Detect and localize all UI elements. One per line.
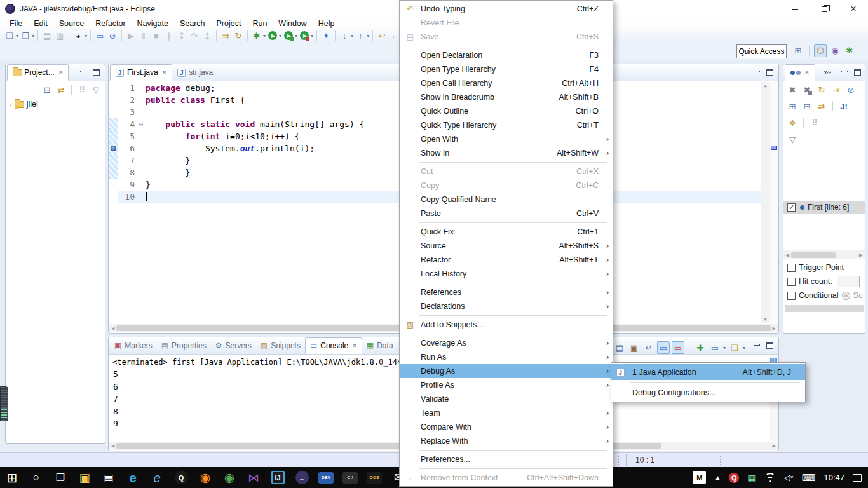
editor-minimize-button[interactable] — [754, 71, 760, 72]
breakpoints-hscrollbar[interactable]: ◀ ▶ — [783, 250, 865, 259]
tab-breakpoints[interactable]: × — [785, 64, 815, 81]
eclipse-taskbar-taskbar-button[interactable]: ≡ — [290, 467, 314, 488]
chrome-taskbar-button[interactable]: ◉ — [217, 467, 241, 488]
internet-explorer-taskbar-button[interactable]: e — [145, 467, 169, 488]
scroll-lock-icon[interactable]: ▣ — [628, 341, 641, 354]
user-account-dropdown-icon[interactable]: ▾ — [85, 33, 87, 39]
java-exception-breakpoint-icon[interactable]: J! — [837, 100, 850, 112]
debug-perspective-icon[interactable]: ✱ — [843, 44, 856, 57]
open-console-dropdown-icon[interactable]: ▾ — [743, 345, 745, 351]
breakpoint-checkbox[interactable]: ✓ — [787, 203, 796, 212]
tab-project-explorer[interactable]: Project... × — [7, 64, 69, 81]
chrome-icon[interactable]: ◉ — [224, 470, 235, 485]
menu-item-open-declaration[interactable]: Open DeclarationF3 — [400, 48, 613, 62]
profile-icon[interactable]: ▶ — [298, 29, 311, 42]
menu-item-team[interactable]: Team› — [400, 406, 613, 420]
javaee-perspective-icon[interactable]: ◉ — [829, 44, 841, 57]
java-perspective-icon[interactable]: ⬡ — [814, 44, 827, 57]
overview-ruler[interactable] — [770, 82, 778, 323]
menu-item-show-in[interactable]: Show InAlt+Shift+W› — [400, 146, 613, 160]
menu-item-paste[interactable]: PasteCtrl+V — [400, 207, 613, 220]
previous-annotation-dropdown-icon[interactable]: ▾ — [367, 33, 369, 39]
breakpoints-bottom-scrollbar[interactable] — [785, 305, 864, 312]
menubar-item-source[interactable]: Source — [53, 19, 90, 28]
hidden-icons-icon[interactable]: ▲ — [714, 474, 721, 481]
minimize-button[interactable] — [780, 0, 810, 18]
show-supported-breakpoints-icon[interactable]: ↻ — [815, 83, 828, 96]
scroll-down-icon[interactable]: ▼ — [764, 317, 766, 322]
filter-breakpoints-icon[interactable]: ❖ — [786, 116, 799, 129]
edge-widget[interactable] — [0, 386, 8, 421]
editor-tab-str-java[interactable]: Jstr.java — [172, 64, 218, 81]
menu-item-replace-with[interactable]: Replace With› — [400, 434, 613, 448]
firefox-taskbar-button[interactable]: ◉ — [193, 467, 217, 488]
expand-chevron-icon[interactable]: › — [10, 100, 12, 108]
menubar-item-navigate[interactable]: Navigate — [132, 19, 174, 28]
display-selected-console-icon[interactable]: ▭ — [709, 341, 721, 354]
microsoft-store-icon[interactable]: ▤ — [104, 471, 113, 484]
taskbar-clock[interactable]: 10:47 — [824, 473, 844, 482]
menubar-item-run[interactable]: Run — [247, 19, 273, 28]
menu-item-open-type-hierarchy[interactable]: Open Type HierarchyF4 — [400, 62, 613, 76]
tab-markers[interactable]: ▣Markers — [110, 337, 157, 354]
open-perspective-icon[interactable]: ⊞ — [792, 44, 804, 57]
skip-all-breakpoints-view-icon[interactable]: ⊘ — [844, 83, 857, 96]
dosbox-icon[interactable]: DOS — [367, 472, 382, 484]
menu-item-run-as[interactable]: Run As› — [400, 350, 613, 364]
menu-item-refactor[interactable]: RefactorAlt+Shift+T› — [400, 253, 613, 267]
debug-dropdown-icon[interactable]: ▾ — [263, 33, 266, 39]
restore-button[interactable] — [810, 0, 839, 18]
editor-vertical-scrollbar[interactable]: ▲ ▼ — [761, 82, 770, 323]
tab-snippets[interactable]: ▨Snippets — [256, 337, 305, 354]
conditional-checkbox[interactable] — [787, 292, 796, 300]
console-scroll-left-icon[interactable]: ◀ — [111, 444, 114, 449]
breakpoint-list-item[interactable]: ✓ First [line: 6] — [783, 201, 865, 214]
open-console-icon[interactable]: ❏ — [728, 341, 741, 354]
bp-maximize-view-button[interactable] — [854, 69, 861, 76]
scroll-up-icon[interactable]: ▲ — [764, 83, 766, 88]
menu-item-debug-as[interactable]: Debug As› — [400, 364, 613, 378]
scroll-left-icon[interactable]: ◀ — [111, 326, 114, 331]
word-wrap-icon[interactable]: ↵ — [642, 341, 655, 354]
volume-muted-icon[interactable]: ◁× — [784, 473, 794, 482]
dosbox-taskbar-button[interactable]: DOS — [362, 467, 386, 488]
tab-console[interactable]: ▭Console× — [305, 337, 362, 354]
menu-item-declarations[interactable]: Declarations› — [400, 299, 613, 313]
task-view-taskbar-button[interactable]: ❒ — [48, 467, 72, 488]
qq-tray-icon[interactable]: Q — [729, 473, 739, 483]
project-explorer-close-icon[interactable]: × — [58, 69, 64, 76]
touch-keyboard-icon[interactable]: ⌨ — [802, 472, 816, 484]
action-center-icon[interactable] — [853, 474, 862, 482]
menubar-item-edit[interactable]: Edit — [28, 19, 53, 28]
cortana-taskbar-button[interactable]: ○ — [24, 467, 48, 488]
cast-icon[interactable]: ▦ — [747, 473, 756, 483]
maximize-view-button[interactable] — [93, 69, 100, 76]
new-java-element-icon[interactable]: ❐ — [19, 29, 32, 42]
close-button[interactable]: × — [839, 0, 868, 18]
menu-item-add-to-snippets[interactable]: ▨Add to Snippets... — [400, 318, 613, 332]
view-menu-icon[interactable]: ▽ — [90, 83, 102, 96]
minimize-view-button[interactable] — [80, 71, 86, 72]
internet-explorer-icon[interactable]: e — [153, 470, 161, 485]
remove-breakpoint-icon[interactable]: ✖ — [786, 83, 799, 96]
show-execution-point-icon[interactable]: ⇉ — [219, 29, 232, 42]
menubar-item-refactor[interactable]: Refactor — [90, 19, 131, 28]
next-annotation-dropdown-icon[interactable]: ▾ — [351, 33, 353, 39]
new-java-element-dropdown-icon[interactable]: ▾ — [32, 33, 34, 39]
quick-access-button[interactable]: Quick Access — [736, 44, 787, 58]
menu-item-source[interactable]: SourceAlt+Shift+S› — [400, 239, 613, 253]
pin-console-icon[interactable]: ✚ — [694, 341, 707, 354]
qq-taskbar-button[interactable]: Q — [169, 467, 193, 488]
qq-icon[interactable]: Q — [175, 471, 188, 484]
bp-scroll-right-icon[interactable]: ▶ — [859, 252, 863, 258]
go-to-file-icon[interactable]: ⇥ — [830, 83, 843, 96]
console-tab-close-icon[interactable]: × — [352, 342, 357, 349]
console-maximize-button[interactable] — [766, 342, 773, 349]
file-explorer-icon[interactable]: ▣ — [79, 471, 90, 485]
cortana-icon[interactable]: ○ — [33, 471, 40, 484]
suspend-radio[interactable] — [842, 292, 850, 300]
bp-minimize-view-button[interactable] — [841, 71, 848, 72]
dev-cpp-icon[interactable]: DEV — [318, 472, 334, 484]
debug-icon[interactable]: ✱ — [250, 29, 263, 42]
show-console-stdout-icon[interactable]: ▭ — [657, 341, 670, 354]
